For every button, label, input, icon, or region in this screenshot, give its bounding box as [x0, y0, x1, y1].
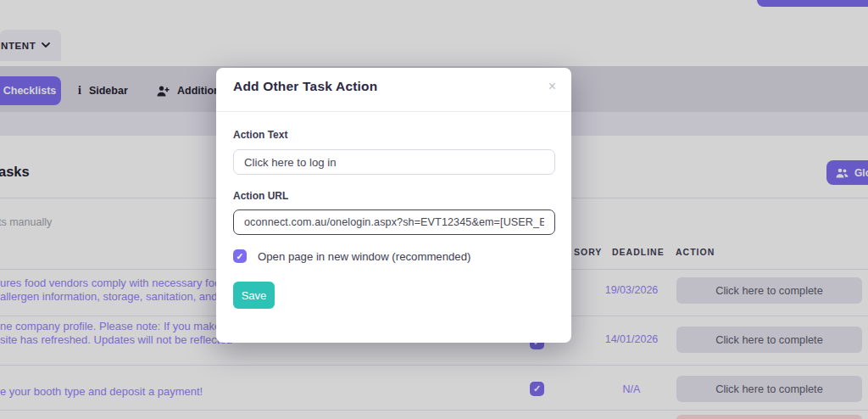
- action-text-input[interactable]: [233, 149, 555, 175]
- add-other-task-action-modal: Add Other Task Action × Action Text Acti…: [216, 68, 571, 343]
- app-window: NTENT Checklists i Sidebar Addition asks…: [0, 0, 868, 419]
- modal-title: Add Other Task Action: [233, 79, 377, 94]
- modal-header-divider: [216, 111, 571, 112]
- new-window-checkbox[interactable]: ✓: [233, 249, 247, 263]
- close-icon[interactable]: ×: [548, 80, 556, 93]
- action-url-label: Action URL: [233, 190, 288, 202]
- action-url-input[interactable]: [233, 210, 555, 235]
- action-text-label: Action Text: [233, 129, 287, 141]
- save-button[interactable]: Save: [233, 282, 275, 309]
- new-window-checkbox-row: ✓ Open page in new window (recommended): [233, 249, 470, 263]
- new-window-checkbox-label: Open page in new window (recommended): [258, 250, 470, 263]
